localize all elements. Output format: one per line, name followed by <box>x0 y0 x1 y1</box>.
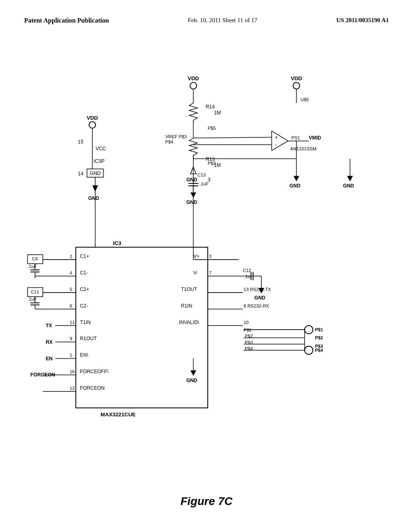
svg-text:.1uF: .1uF <box>200 181 209 186</box>
svg-text:P$5: P$5 <box>208 126 216 131</box>
page-header: Patent Application Publication Feb. 10, … <box>0 0 413 25</box>
svg-text:GND: GND <box>290 183 300 189</box>
svg-point-142 <box>305 326 313 334</box>
svg-text:PS1: PS1 <box>292 135 300 140</box>
svg-text:3: 3 <box>208 177 211 183</box>
svg-text:INVALID\: INVALID\ <box>179 320 200 325</box>
svg-text:FORCEOFF\: FORCEOFF\ <box>80 369 108 374</box>
svg-text:AN1101SSM: AN1101SSM <box>290 146 317 151</box>
svg-text:GND: GND <box>186 200 197 205</box>
svg-text:4: 4 <box>70 270 72 275</box>
svg-text:-: - <box>275 141 277 148</box>
svg-text:FORCEON: FORCEON <box>31 372 55 378</box>
svg-text:C2-: C2- <box>80 303 88 309</box>
page: Patent Application Publication Feb. 10, … <box>0 0 413 532</box>
svg-text:GND: GND <box>90 170 100 176</box>
svg-text:GND: GND <box>88 195 99 201</box>
svg-text:VDD: VDD <box>291 75 302 81</box>
svg-text:15: 15 <box>78 139 83 145</box>
svg-text:6: 6 <box>70 303 72 308</box>
svg-point-12 <box>89 122 96 128</box>
figure-caption: Figure 7C <box>180 495 232 508</box>
svg-text:V+: V+ <box>193 254 199 259</box>
svg-text:VREF P$3: VREF P$3 <box>165 134 187 139</box>
svg-text:P$1: P$1 <box>244 328 252 332</box>
svg-text:11: 11 <box>70 320 75 325</box>
svg-text:16: 16 <box>70 369 75 374</box>
svg-marker-60 <box>347 176 353 181</box>
svg-text:GND: GND <box>254 295 265 301</box>
svg-text:2: 2 <box>70 254 72 259</box>
svg-text:7: 7 <box>209 270 211 275</box>
header-right: US 2011/0035190 A1 <box>336 16 389 25</box>
svg-text:GND: GND <box>186 177 197 183</box>
svg-text:5: 5 <box>70 287 72 292</box>
svg-point-1 <box>190 83 196 89</box>
svg-text:9: 9 <box>70 336 72 341</box>
svg-text:P$2: P$2 <box>208 161 216 166</box>
svg-text:VCC: VCC <box>96 146 106 152</box>
svg-text:C1+: C1+ <box>80 254 89 259</box>
svg-text:8 RS232-RX: 8 RS232-RX <box>244 303 269 308</box>
svg-text:VDD: VDD <box>188 75 199 81</box>
svg-marker-57 <box>294 176 299 181</box>
svg-text:.1uF: .1uF <box>27 297 37 301</box>
svg-text:GND: GND <box>343 183 354 189</box>
svg-line-35 <box>193 137 271 138</box>
svg-text:U$5: U$5 <box>300 97 309 102</box>
svg-text:14: 14 <box>78 171 83 177</box>
svg-point-8 <box>293 83 300 89</box>
svg-text:C11: C11 <box>31 289 39 294</box>
svg-text:.1uF: .1uF <box>27 264 37 269</box>
svg-text:1M: 1M <box>214 110 221 116</box>
svg-text:EN\: EN\ <box>80 352 88 358</box>
svg-text:.1uF: .1uF <box>244 274 253 279</box>
svg-marker-27 <box>272 131 288 150</box>
svg-rect-62 <box>76 247 208 408</box>
svg-text:1: 1 <box>70 353 72 357</box>
svg-text:P$4: P$4 <box>315 348 323 353</box>
svg-text:3: 3 <box>209 254 211 259</box>
svg-text:IC3P: IC3P <box>94 158 104 164</box>
svg-text:TX: TX <box>46 323 52 328</box>
svg-text:10: 10 <box>244 320 249 325</box>
svg-text:P$2: P$2 <box>315 335 323 340</box>
svg-text:RX: RX <box>46 339 53 345</box>
svg-text:C12: C12 <box>243 268 251 273</box>
svg-text:MAX3221CUE: MAX3221CUE <box>100 411 136 418</box>
svg-point-149 <box>305 346 313 354</box>
svg-text:13 RS232-TX: 13 RS232-TX <box>244 287 271 292</box>
svg-text:12: 12 <box>70 386 75 391</box>
svg-text:C13: C13 <box>198 172 206 177</box>
header-center: Feb. 10, 2011 Sheet 11 of 17 <box>188 16 257 25</box>
svg-text:IC3: IC3 <box>113 240 121 246</box>
svg-text:R1OUT: R1OUT <box>80 336 97 341</box>
circuit-diagram: VDD R14 1M P$5 VDD U$5 VDD <box>20 64 391 488</box>
header-left: Patent Application Publication <box>24 16 109 25</box>
svg-text:T1IN: T1IN <box>80 320 91 325</box>
svg-text:FORCEON: FORCEON <box>80 385 104 391</box>
svg-text:+: + <box>275 134 278 140</box>
svg-text:V-: V- <box>193 270 198 276</box>
svg-text:EN: EN <box>46 356 52 362</box>
svg-text:C6: C6 <box>32 256 38 261</box>
svg-text:VDD: VDD <box>87 115 98 121</box>
svg-text:GND: GND <box>186 378 197 383</box>
svg-text:T1OUT: T1OUT <box>181 287 198 292</box>
svg-text:R14: R14 <box>206 104 215 110</box>
svg-text:C2+: C2+ <box>80 287 89 292</box>
svg-text:R1IN: R1IN <box>181 303 192 309</box>
svg-text:P$4: P$4 <box>165 139 173 144</box>
svg-text:C1-: C1- <box>80 270 88 276</box>
svg-text:P$1: P$1 <box>315 327 323 332</box>
svg-text:VMID: VMID <box>309 135 321 141</box>
